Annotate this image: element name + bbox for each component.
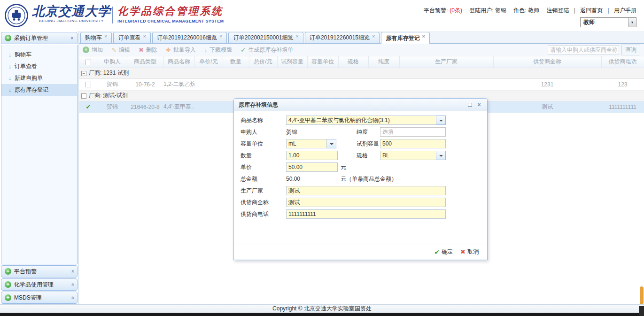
- collapse-chevron-icon[interactable]: »: [70, 37, 75, 39]
- button-label: 生成原库存补填单: [248, 46, 293, 54]
- tab-order-201912260016[interactable]: 订单201912260016细览 ×: [152, 32, 227, 43]
- sidebar-item-order-view[interactable]: ↓ 订单查看: [1, 61, 77, 72]
- chevron-down-icon[interactable]: [436, 151, 446, 160]
- product-name-input[interactable]: [286, 116, 436, 125]
- batch-import-button[interactable]: ✚ 批量导入: [166, 46, 196, 54]
- sidebar-panel-msds[interactable]: + MSDS管理 »: [1, 292, 78, 304]
- sidebar: + 采购订单管理 » ↓ 购物车 ↓ 订单查看 ↓ 新建自购单 ↓ 原有库存登记…: [0, 31, 79, 304]
- manual-link[interactable]: 用户手册: [614, 7, 636, 14]
- vertical-scrollbar-thumb[interactable]: [640, 286, 644, 304]
- supplier-input[interactable]: [286, 198, 446, 207]
- applicant-label: 申购人: [241, 128, 286, 136]
- sidebar-item-cart[interactable]: ↓ 购物车: [1, 49, 77, 61]
- checkbox-icon[interactable]: [85, 60, 91, 65]
- alert-count[interactable]: (0条): [450, 7, 462, 14]
- col-capacity-unit: 容量单位: [307, 56, 338, 68]
- sidebar-item-new-self-order[interactable]: ↓ 新建自购单: [1, 72, 77, 84]
- chevron-down-icon[interactable]: [436, 116, 446, 125]
- reagent-capacity-input[interactable]: [380, 139, 446, 148]
- edit-button[interactable]: ✎ 编辑: [111, 46, 130, 54]
- tab-label: 订单查看: [118, 34, 140, 42]
- sidebar-item-stock-register[interactable]: ↓ 原有库存登记: [1, 84, 77, 96]
- collapse-icon[interactable]: −: [81, 71, 86, 76]
- home-link[interactable]: 返回首页: [580, 7, 603, 14]
- app-header: 北京交通大学 BEIJING JIAOTONG UNIVERSITY 化学品综合…: [0, 0, 644, 31]
- group-label: 厂商: 测试-试剂: [89, 92, 128, 99]
- table-row[interactable]: 贺锦10-76-21,2-二氯乙烷 1231 123: [79, 78, 644, 90]
- system-title: 化学品综合管理系统 INTEGRATED CHEMICAL MANAGEMENT…: [117, 5, 224, 23]
- role-select[interactable]: 教师 ▼: [580, 17, 636, 27]
- expand-chevron-icon[interactable]: »: [70, 283, 75, 286]
- group-label: 厂商: 1231-试剂: [89, 69, 129, 76]
- window-bottom-edge: [0, 313, 644, 316]
- tab-cart[interactable]: 购物车 ×: [80, 32, 112, 43]
- capacity-unit-label: 容量单位: [241, 140, 286, 148]
- chevron-down-icon[interactable]: [327, 139, 336, 148]
- close-icon[interactable]: ×: [296, 33, 299, 39]
- tab-label: 订单201912260016细览: [157, 34, 217, 42]
- unit-price-input[interactable]: [286, 162, 338, 172]
- button-label: 批量导入: [173, 46, 196, 54]
- button-label: 增加: [92, 46, 103, 54]
- check-icon: ✔: [434, 248, 440, 256]
- sidebar-panel-chemical-usage[interactable]: + 化学品使用管理 »: [1, 278, 78, 291]
- close-icon[interactable]: ×: [104, 33, 107, 39]
- expand-chevron-icon[interactable]: »: [70, 270, 75, 273]
- expand-chevron-icon[interactable]: »: [70, 296, 75, 299]
- link-separator: |: [574, 7, 575, 14]
- delete-button[interactable]: ✖ 删除: [139, 46, 157, 54]
- search-input[interactable]: [548, 45, 619, 54]
- dialog-title: 原库存补填信息: [239, 101, 278, 109]
- pencil-icon: ✎: [111, 46, 116, 54]
- cancel-label: 取消: [467, 248, 479, 256]
- user-role-label: 角色: 教师: [513, 7, 539, 14]
- header-links: 平台预警:(0条) 登陆用户: 贺锦 角色: 教师 注销登陆 | 返回首页 | …: [424, 7, 636, 15]
- group-row-1231[interactable]: −厂商: 1231-试剂: [79, 68, 644, 78]
- close-icon[interactable]: ×: [219, 33, 222, 39]
- close-icon[interactable]: ×: [143, 33, 146, 39]
- system-name-cn: 化学品综合管理系统: [117, 5, 224, 17]
- check-icon: ✔: [241, 46, 246, 54]
- confirm-button[interactable]: ✔ 确定: [434, 248, 453, 256]
- add-button[interactable]: + 增加: [83, 46, 103, 54]
- supplier-phone-input[interactable]: [286, 209, 446, 219]
- manufacturer-input[interactable]: [286, 186, 446, 195]
- collapse-icon[interactable]: −: [81, 93, 86, 99]
- search-button[interactable]: 查询: [621, 45, 640, 55]
- tab-label: 订单202002150001细览: [233, 34, 293, 42]
- maximize-icon[interactable]: [466, 101, 473, 108]
- logout-link[interactable]: 注销登陆: [546, 7, 569, 14]
- download-template-button[interactable]: ↓ 下载模版: [204, 46, 233, 54]
- spec-input[interactable]: [380, 151, 436, 160]
- link-separator: |: [608, 7, 609, 14]
- spec-combo: [380, 151, 446, 160]
- generate-refill-button[interactable]: ✔ 生成原库存补填单: [241, 46, 293, 54]
- role-select-value: 教师: [581, 18, 628, 26]
- panel-sphere-icon: +: [5, 294, 11, 301]
- close-icon[interactable]: ×: [422, 33, 425, 39]
- select-all-header[interactable]: [79, 56, 98, 68]
- close-icon[interactable]: ×: [476, 101, 482, 108]
- capacity-unit-input[interactable]: [286, 139, 327, 148]
- dialog-titlebar[interactable]: 原库存补填信息 ×: [234, 99, 487, 111]
- purity-input[interactable]: [380, 127, 446, 137]
- add-icon: +: [83, 46, 89, 53]
- sidebar-panel-platform-alert[interactable]: + 平台预警 »: [1, 265, 78, 277]
- button-label: 下载模版: [209, 46, 232, 54]
- col-product-name: 商品名称: [163, 56, 194, 68]
- col-product-type: 商品类型: [127, 56, 163, 68]
- sidebar-panel-purchase-orders[interactable]: + 采购订单管理 »: [1, 32, 78, 44]
- panel-sphere-icon: +: [5, 268, 11, 275]
- checkbox-icon[interactable]: [85, 82, 91, 87]
- panel-title: 采购订单管理: [14, 34, 48, 42]
- check-icon[interactable]: ✔: [86, 103, 91, 110]
- footer-copyright: Copyright © 北京交通大学实验室国资处: [0, 304, 644, 313]
- tab-order-view[interactable]: 订单查看 ×: [113, 32, 150, 43]
- delete-icon: ✖: [139, 46, 144, 54]
- tab-order-201912260015[interactable]: 订单201912260015细览 ×: [305, 32, 380, 43]
- tab-order-202002150001[interactable]: 订单202002150001细览 ×: [228, 32, 303, 43]
- cancel-button[interactable]: ✖ 取消: [460, 248, 479, 256]
- quantity-input[interactable]: [286, 151, 338, 160]
- tab-stock-register[interactable]: 原有库存登记 ×: [381, 32, 429, 44]
- close-icon[interactable]: ×: [372, 33, 375, 39]
